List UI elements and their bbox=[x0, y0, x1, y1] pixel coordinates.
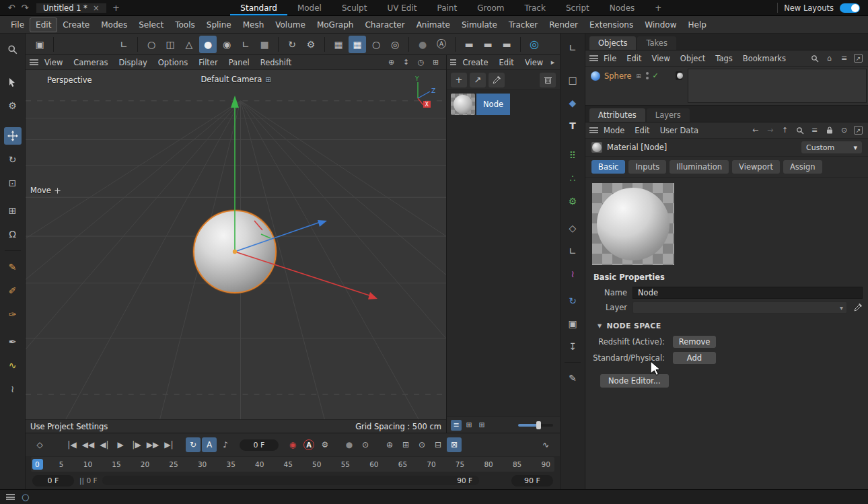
axis-lock-x-button[interactable] bbox=[59, 36, 76, 53]
quantize-ring-icon[interactable]: ○ bbox=[367, 36, 385, 53]
range-end-field[interactable]: 90 F bbox=[511, 475, 553, 487]
am-lock-icon[interactable] bbox=[824, 125, 834, 135]
quantize-settings-icon[interactable]: ◎ bbox=[386, 36, 404, 53]
am-filter-icon[interactable]: ≡ bbox=[809, 125, 820, 135]
object-name[interactable]: Sphere bbox=[604, 71, 632, 81]
layout-tab-paint[interactable]: Paint bbox=[427, 0, 467, 15]
viewport-dolly-icon[interactable]: ↕ bbox=[401, 57, 411, 67]
material-item[interactable]: Node bbox=[451, 94, 556, 115]
menu-edit[interactable]: Edit bbox=[30, 18, 57, 32]
camera-icon[interactable]: ⊞ bbox=[265, 76, 270, 83]
tab-objects[interactable]: Objects bbox=[589, 36, 636, 50]
add-layout-tab-button[interactable]: + bbox=[645, 0, 672, 15]
annotate-icon[interactable]: ✎ bbox=[564, 369, 581, 387]
menu-volume[interactable]: Volume bbox=[270, 18, 311, 32]
layout-view-icon[interactable]: ∟ bbox=[564, 39, 581, 57]
move-tool-icon[interactable] bbox=[4, 127, 22, 145]
cloner-icon[interactable]: ⠿ bbox=[564, 147, 581, 164]
rotate-tool-icon[interactable]: ↻ bbox=[4, 151, 22, 168]
menu-select[interactable]: Select bbox=[133, 18, 169, 32]
material-preview[interactable] bbox=[592, 183, 674, 265]
name-input[interactable]: Node bbox=[632, 287, 863, 299]
om-menu-object[interactable]: Object bbox=[676, 52, 710, 65]
text-tool-icon[interactable]: T bbox=[564, 117, 581, 135]
material-menu-create[interactable]: Create bbox=[458, 57, 493, 69]
viewport-menu-filter[interactable]: Filter bbox=[194, 57, 222, 69]
menu-mograph[interactable]: MoGraph bbox=[312, 18, 359, 32]
next-key-icon[interactable]: ▶▶ bbox=[145, 437, 160, 452]
add-material-button[interactable]: + bbox=[451, 73, 467, 87]
layer-dropdown[interactable]: ▾ bbox=[632, 301, 847, 314]
material-size-slider[interactable] bbox=[518, 424, 553, 427]
coordinate-system-icon[interactable]: ↻ bbox=[283, 36, 301, 53]
material-hamburger-icon[interactable] bbox=[450, 59, 456, 65]
visibility-dot-editor[interactable] bbox=[646, 72, 649, 75]
pen-tool-icon[interactable]: ✐ bbox=[4, 282, 22, 299]
snap-grid-icon[interactable]: ▦ bbox=[349, 36, 366, 53]
scale-tool-icon[interactable]: ⊡ bbox=[4, 174, 22, 192]
camera-tool-icon[interactable]: ▣ bbox=[564, 315, 581, 332]
om-filter-icon[interactable]: ≡ bbox=[839, 53, 849, 63]
sphere-primitive-icon[interactable]: ● bbox=[199, 36, 217, 53]
menu-animate[interactable]: Animate bbox=[411, 18, 456, 32]
viewport-orbit-icon[interactable]: ◷ bbox=[416, 57, 426, 67]
drop-to-floor-icon[interactable]: ↧ bbox=[564, 338, 581, 355]
document-tab[interactable]: Untitled 1 * × bbox=[36, 3, 106, 13]
material-eyedropper-icon[interactable] bbox=[489, 73, 505, 87]
simple-material-icon[interactable]: ● bbox=[414, 36, 431, 53]
brush-tool-icon[interactable]: ✒ bbox=[4, 333, 22, 351]
menu-mesh[interactable]: Mesh bbox=[238, 18, 270, 32]
field-orbit-icon[interactable]: ↻ bbox=[564, 292, 581, 310]
camera-label-group[interactable]: Default Camera ⊞ bbox=[201, 75, 270, 84]
capsule-primitive-icon[interactable]: ◫ bbox=[161, 36, 179, 53]
grid-icon[interactable]: ▦ bbox=[330, 36, 347, 53]
am-target-icon[interactable]: ⊙ bbox=[839, 125, 849, 135]
viewport-menu-view[interactable]: View bbox=[40, 57, 67, 69]
menu-help[interactable]: Help bbox=[683, 18, 712, 32]
viewport-maximize-icon[interactable]: ⊞ bbox=[431, 57, 441, 67]
layout-tab-nodes[interactable]: Nodes bbox=[600, 0, 645, 15]
spline-primitive-icon[interactable]: ○ bbox=[143, 36, 160, 53]
key-selection-icon[interactable]: ⊠ bbox=[447, 437, 462, 452]
viewport-menu-cameras[interactable]: Cameras bbox=[69, 57, 112, 69]
new-layouts-toggle[interactable] bbox=[840, 3, 860, 13]
am-parent-icon[interactable]: ↑ bbox=[780, 125, 790, 135]
object-state-icon[interactable]: ⊞ bbox=[636, 71, 642, 81]
layout-tab-groom[interactable]: Groom bbox=[467, 0, 514, 15]
axis-modification-icon[interactable]: ∟ bbox=[237, 36, 254, 53]
layout-tab-model[interactable]: Model bbox=[287, 0, 332, 15]
render-picture-viewer-icon[interactable]: ▬ bbox=[479, 36, 497, 53]
viewport-menu-display[interactable]: Display bbox=[114, 57, 151, 69]
layer-eyedropper-icon[interactable] bbox=[853, 303, 863, 313]
menu-simulate[interactable]: Simulate bbox=[456, 18, 503, 32]
rectangle-tool-icon[interactable]: □ bbox=[564, 71, 581, 89]
am-menu-userdata[interactable]: User Data bbox=[655, 124, 703, 137]
deformer-bend-icon[interactable]: ≀ bbox=[564, 265, 581, 283]
material-list[interactable]: Node bbox=[447, 90, 560, 417]
keyframe-diamond-icon[interactable]: ◇ bbox=[32, 437, 47, 452]
render-view-icon[interactable]: ▬ bbox=[460, 36, 478, 53]
menu-extensions[interactable]: Extensions bbox=[584, 18, 639, 32]
spline-pen-tool-icon[interactable]: ∿ bbox=[4, 357, 22, 374]
menu-file[interactable]: File bbox=[5, 18, 30, 32]
viewport-menu-options[interactable]: Options bbox=[153, 57, 192, 69]
menu-tools[interactable]: Tools bbox=[170, 18, 201, 32]
viewport-menu-redshift[interactable]: Redshift bbox=[256, 57, 297, 69]
om-menu-view[interactable]: View bbox=[647, 52, 675, 65]
key-parameter-icon[interactable]: ⊟ bbox=[431, 437, 445, 452]
enabled-check-icon[interactable]: ✓ bbox=[653, 71, 659, 80]
key-position-icon[interactable]: ⊕ bbox=[382, 437, 397, 452]
om-menu-edit[interactable]: Edit bbox=[622, 52, 646, 65]
viewport-menu-panel[interactable]: Panel bbox=[224, 57, 254, 69]
loop-mode-icon[interactable]: ↻ bbox=[186, 437, 201, 452]
menu-window[interactable]: Window bbox=[639, 18, 682, 32]
am-detach-icon[interactable]: ↗ bbox=[854, 126, 863, 135]
layout-tab-standard[interactable]: Standard bbox=[230, 0, 287, 15]
material-icon-view-icon[interactable]: ⊞ bbox=[476, 420, 487, 431]
add-button[interactable]: Add bbox=[673, 352, 716, 364]
menu-spline[interactable]: Spline bbox=[201, 18, 237, 32]
visibility-dot-render[interactable] bbox=[646, 77, 649, 79]
attribute-hamburger-icon[interactable] bbox=[589, 127, 598, 133]
material-menu-view[interactable]: View bbox=[520, 57, 548, 69]
knife-tool-icon[interactable]: ✎ bbox=[4, 258, 22, 276]
